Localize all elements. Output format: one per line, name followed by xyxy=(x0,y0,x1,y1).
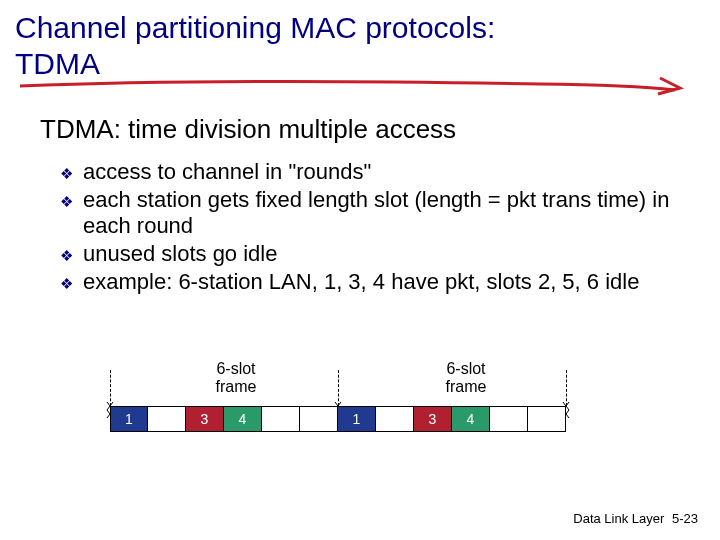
slot-5b xyxy=(490,406,528,432)
footer-label: Data Link Layer xyxy=(573,511,664,526)
slot-3b: 3 xyxy=(414,406,452,432)
slot-6b xyxy=(528,406,566,432)
bullet-text: access to channel in "rounds" xyxy=(83,159,680,185)
bullet-text: unused slots go idle xyxy=(83,241,680,267)
bullet-item: ❖ example: 6-station LAN, 1, 3, 4 have p… xyxy=(60,269,680,295)
slot-4a: 4 xyxy=(224,406,262,432)
slide-title: Channel partitioning MAC protocols: TDMA xyxy=(0,0,720,82)
tdma-diagram: 6-slot frame 6-slot frame 1 3 4 1 3 4 xyxy=(110,360,610,432)
slot-1b: 1 xyxy=(338,406,376,432)
bullet-icon: ❖ xyxy=(60,247,73,265)
frame-label-2: 6-slot frame xyxy=(436,360,496,395)
title-line-1: Channel partitioning MAC protocols: xyxy=(15,11,495,44)
bullet-text: each station gets fixed length slot (len… xyxy=(83,187,680,239)
bullet-list: ❖ access to channel in "rounds" ❖ each s… xyxy=(0,153,720,295)
bullet-icon: ❖ xyxy=(60,165,73,183)
bullet-item: ❖ each station gets fixed length slot (l… xyxy=(60,187,680,239)
slot-2a xyxy=(148,406,186,432)
title-line-2: TDMA xyxy=(15,47,100,80)
slot-row: 1 3 4 1 3 4 xyxy=(110,406,610,432)
slide-footer: Data Link Layer 5-23 xyxy=(573,511,698,526)
slot-6a xyxy=(300,406,338,432)
bullet-item: ❖ unused slots go idle xyxy=(60,241,680,267)
slot-2b xyxy=(376,406,414,432)
slot-1a: 1 xyxy=(110,406,148,432)
frame-label-1: 6-slot frame xyxy=(206,360,266,395)
bullet-item: ❖ access to channel in "rounds" xyxy=(60,159,680,185)
subtitle: TDMA: time division multiple access xyxy=(0,82,720,153)
slot-3a: 3 xyxy=(186,406,224,432)
bullet-text: example: 6-station LAN, 1, 3, 4 have pkt… xyxy=(83,269,680,295)
slot-4b: 4 xyxy=(452,406,490,432)
slot-5a xyxy=(262,406,300,432)
footer-page: 5-23 xyxy=(672,511,698,526)
bullet-icon: ❖ xyxy=(60,193,73,211)
bullet-icon: ❖ xyxy=(60,275,73,293)
